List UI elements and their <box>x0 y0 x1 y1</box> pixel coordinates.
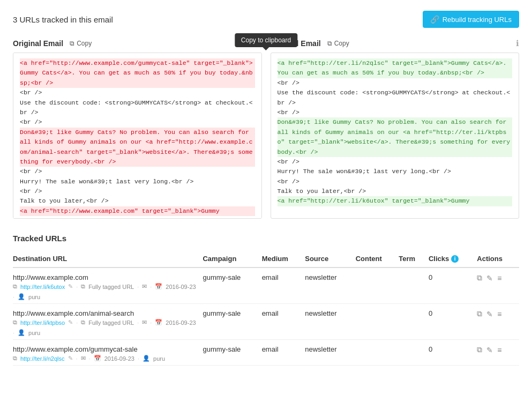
email-icon: ✉ <box>142 283 147 290</box>
tag-badge: Fully tagged URL <box>88 319 134 326</box>
edit-action-icon[interactable]: ✎ <box>486 346 493 354</box>
source-cell: newsletter <box>305 267 355 304</box>
url-cell: http://www.example.com⧉http://ter.li/k6u… <box>13 267 203 304</box>
email-panels: Copy to clipboard Original Email ⧉ Copy … <box>13 39 519 219</box>
tag-badge: Fully tagged URL <box>88 284 134 290</box>
short-url[interactable]: http://ter.li/n2qlsc <box>20 355 65 362</box>
copy-icon: ⧉ <box>13 283 17 290</box>
content-cell <box>356 340 399 366</box>
col-term: Term <box>399 250 429 267</box>
tooltip-text: Copy to clipboard <box>235 33 297 47</box>
copy-action-icon[interactable]: ⧉ <box>477 345 482 354</box>
copy-icon: ⧉ <box>70 40 74 47</box>
term-cell <box>399 304 429 340</box>
copy-icon: ⧉ <box>13 319 17 326</box>
link-icon: 🔗 <box>430 15 439 24</box>
tracked-email-header: Tracked Email ⧉ Copy ℹ <box>271 39 520 48</box>
campaign-cell: gummy-sale <box>203 267 261 304</box>
actions-cell: ⧉✎≡ <box>477 304 519 322</box>
user-icon: 👤 <box>18 329 25 336</box>
medium-cell: email <box>262 340 305 366</box>
copy-icon: ⧉ <box>81 319 85 326</box>
menu-action-icon[interactable]: ≡ <box>497 310 501 318</box>
edit-action-icon[interactable]: ✎ <box>486 310 493 318</box>
destination-url: http://www.example.com <box>13 273 197 281</box>
calendar-icon: 📅 <box>155 283 162 290</box>
copy-icon: ⧉ <box>327 40 332 47</box>
edit-short-url-icon[interactable]: ✎ <box>68 319 73 326</box>
col-destination: Destination URL <box>13 250 203 267</box>
copy-icon: ⧉ <box>13 355 17 362</box>
short-url[interactable]: http://ter.li/ktpbso <box>20 319 65 326</box>
original-email-panel: Original Email ⧉ Copy <a href="http://ww… <box>13 39 262 219</box>
tracked-urls-section: Tracked URLs Destination URL Campaign Me… <box>13 234 519 366</box>
campaign-cell: gummy-sale <box>203 304 261 340</box>
user-icon: 👤 <box>18 293 25 300</box>
clicks-cell: 0 <box>429 267 477 304</box>
table-row: http://www.example.com⧉http://ter.li/k6u… <box>13 267 519 304</box>
date-label: 2016-09-23 <box>104 355 134 362</box>
edit-short-url-icon[interactable]: ✎ <box>68 283 73 290</box>
menu-action-icon[interactable]: ≡ <box>497 274 501 283</box>
clicks-cell: 0 <box>429 304 477 340</box>
medium-cell: email <box>262 304 305 340</box>
clicks-info-icon[interactable]: i <box>451 255 459 263</box>
clipboard-tooltip: Copy to clipboard <box>235 33 297 47</box>
email-icon: ✉ <box>81 355 86 362</box>
tracked-urls-table-wrapper: Destination URL Campaign Medium Source C… <box>13 250 519 366</box>
col-actions: Actions <box>477 250 519 267</box>
source-cell: newsletter <box>305 304 355 340</box>
term-cell <box>399 267 429 304</box>
original-email-header: Original Email ⧉ Copy <box>13 39 262 48</box>
email-icon: ✉ <box>142 319 147 326</box>
actions-cell: ⧉✎≡ <box>477 340 519 358</box>
page-title: 3 URLs tracked in this email <box>13 15 113 24</box>
copy-icon: ⧉ <box>81 283 85 290</box>
rebuild-tracking-urls-button[interactable]: 🔗 Rebuild tracking URLs <box>423 11 519 28</box>
tracked-urls-tbody: http://www.example.com⧉http://ter.li/k6u… <box>13 267 519 366</box>
clicks-cell: 0 <box>429 340 477 366</box>
url-cell: http://www.example.com/gummycat-sale⧉htt… <box>13 340 203 366</box>
original-email-title: Original Email <box>13 39 63 48</box>
short-url[interactable]: http://ter.li/k6utox <box>20 284 65 290</box>
info-icon[interactable]: ℹ <box>516 39 519 48</box>
page-header: 3 URLs tracked in this email 🔗 Rebuild t… <box>13 11 519 28</box>
user-label: puru <box>28 294 40 300</box>
destination-url: http://www.example.com/gummycat-sale <box>13 345 197 353</box>
user-icon: 👤 <box>143 355 150 362</box>
col-source: Source <box>305 250 355 267</box>
table-row: http://www.example.com/animal-search⧉htt… <box>13 304 519 340</box>
medium-cell: email <box>262 267 305 304</box>
tracked-urls-title: Tracked URLs <box>13 234 519 243</box>
date-label: 2016-09-23 <box>166 319 196 326</box>
content-cell <box>356 267 399 304</box>
table-header: Destination URL Campaign Medium Source C… <box>13 250 519 267</box>
edit-short-url-icon[interactable]: ✎ <box>68 355 73 362</box>
col-medium: Medium <box>262 250 305 267</box>
original-email-content: <a href="http://www.example.com/gummycat… <box>13 53 262 219</box>
url-cell: http://www.example.com/animal-search⧉htt… <box>13 304 203 340</box>
actions-cell: ⧉✎≡ <box>477 268 519 286</box>
col-campaign: Campaign <box>203 250 261 267</box>
tracked-email-content: <a href="http://ter.li/n2qlsc" target="_… <box>271 53 520 219</box>
source-cell: newsletter <box>305 340 355 366</box>
tracked-email-copy-button[interactable]: ⧉ Copy <box>325 39 351 48</box>
user-label: puru <box>28 330 40 336</box>
menu-action-icon[interactable]: ≡ <box>497 346 501 354</box>
edit-action-icon[interactable]: ✎ <box>486 274 493 283</box>
date-label: 2016-09-23 <box>166 284 196 290</box>
table-row: http://www.example.com/gummycat-sale⧉htt… <box>13 340 519 366</box>
tracked-urls-table: Destination URL Campaign Medium Source C… <box>13 250 519 366</box>
destination-url: http://www.example.com/animal-search <box>13 309 197 317</box>
tracked-email-panel: Tracked Email ⧉ Copy ℹ <a href="http://t… <box>271 39 520 219</box>
copy-action-icon[interactable]: ⧉ <box>477 273 482 283</box>
campaign-cell: gummy-sale <box>203 340 261 366</box>
col-content: Content <box>356 250 399 267</box>
original-email-copy-button[interactable]: ⧉ Copy <box>68 39 94 48</box>
content-cell <box>356 304 399 340</box>
copy-action-icon[interactable]: ⧉ <box>477 309 482 318</box>
calendar-icon: 📅 <box>155 319 162 326</box>
term-cell <box>399 340 429 366</box>
user-label: puru <box>153 355 165 362</box>
calendar-icon: 📅 <box>94 355 101 362</box>
